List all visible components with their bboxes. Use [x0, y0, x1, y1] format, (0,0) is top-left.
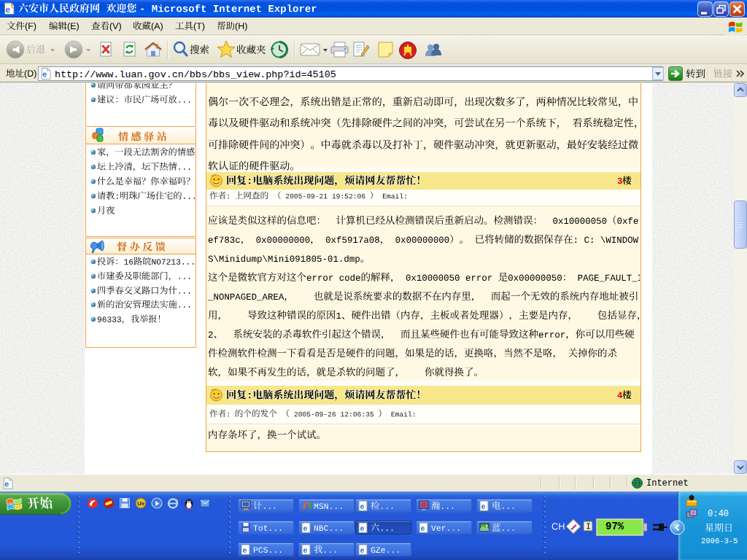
svg-text:Ue: Ue: [137, 500, 145, 507]
